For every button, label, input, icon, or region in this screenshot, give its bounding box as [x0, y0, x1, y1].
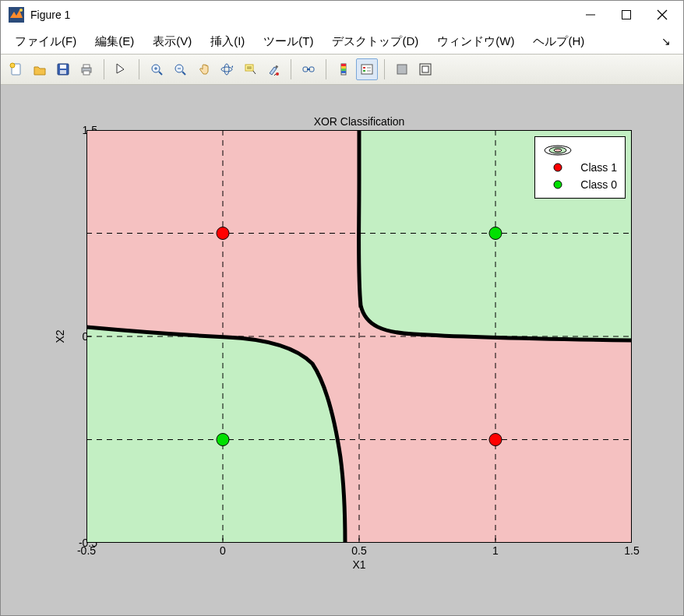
maximize-button[interactable]	[608, 3, 644, 26]
close-button[interactable]	[644, 3, 680, 26]
svg-rect-44	[422, 66, 428, 72]
menu-edit[interactable]: 編集(E)	[86, 31, 143, 52]
menu-file[interactable]: ファイル(F)	[5, 31, 86, 52]
menu-window[interactable]: ウィンドウ(W)	[428, 31, 524, 52]
svg-rect-35	[341, 69, 346, 71]
new-figure-button[interactable]	[5, 58, 27, 80]
insert-colorbar-button[interactable]	[333, 58, 354, 80]
svg-point-21	[221, 67, 232, 72]
svg-line-19	[182, 72, 185, 75]
data-cursor-button[interactable]	[239, 58, 261, 80]
zoom-in-button[interactable]	[146, 58, 167, 80]
legend-contour-entry	[543, 142, 617, 159]
minimize-button[interactable]	[573, 3, 608, 26]
menu-insert[interactable]: 挿入(I)	[201, 31, 254, 52]
svg-rect-9	[60, 65, 66, 69]
legend-class0-label: Class 0	[580, 178, 617, 191]
figure-area: XOR Classification -0.5 0 0.5 1 1.5 -0.5…	[1, 85, 683, 615]
show-plot-tools-button[interactable]	[414, 58, 436, 80]
svg-point-7	[10, 63, 15, 68]
legend-marker-icon	[543, 162, 573, 173]
hide-plot-tools-button[interactable]	[391, 58, 413, 80]
svg-point-1	[19, 9, 23, 12]
marker-class1	[489, 434, 502, 446]
menu-desktop[interactable]: デスクトップ(D)	[323, 31, 428, 52]
menu-view[interactable]: 表示(V)	[143, 31, 201, 52]
svg-rect-42	[397, 65, 407, 74]
svg-point-28	[276, 72, 279, 76]
marker-class1	[217, 227, 229, 240]
plot-area[interactable]: Class 1 Class 0	[86, 130, 632, 543]
svg-rect-10	[60, 70, 66, 74]
svg-line-26	[253, 71, 256, 74]
open-button[interactable]	[29, 58, 51, 80]
print-button[interactable]	[76, 58, 97, 80]
xlabel: X1	[86, 558, 632, 571]
menu-overflow-icon[interactable]: ↘	[654, 32, 679, 51]
svg-point-64	[554, 149, 562, 152]
edit-plot-button[interactable]	[111, 58, 132, 80]
chart-title: XOR Classification	[86, 115, 632, 128]
menubar: ファイル(F) 編集(E) 表示(V) 挿入(I) ツール(T) デスクトップ(…	[1, 29, 683, 54]
save-button[interactable]	[52, 58, 74, 80]
axes[interactable]: XOR Classification -0.5 0 0.5 1 1.5 -0.5…	[55, 116, 647, 576]
svg-rect-13	[83, 71, 90, 75]
app-icon	[9, 7, 24, 23]
legend-class0-entry: Class 0	[543, 176, 617, 193]
svg-rect-12	[83, 65, 90, 68]
zoom-out-button[interactable]	[169, 58, 191, 80]
marker-class0	[489, 227, 502, 240]
svg-point-22	[224, 64, 229, 75]
legend-class1-entry: Class 1	[543, 159, 617, 176]
svg-line-15	[159, 72, 162, 75]
xtick-label: 1	[492, 544, 499, 557]
xtick-label: -0.5	[77, 544, 96, 557]
svg-point-66	[554, 181, 562, 188]
xtick-label: 0	[220, 544, 226, 557]
svg-rect-34	[341, 66, 346, 69]
toolbar	[1, 54, 683, 85]
svg-rect-3	[622, 11, 631, 19]
svg-rect-33	[341, 64, 346, 66]
link-data-button[interactable]	[298, 58, 319, 80]
menu-tools[interactable]: ツール(T)	[254, 31, 323, 52]
legend-marker-icon	[543, 179, 573, 190]
xtick-label: 0.5	[351, 544, 366, 557]
pan-button[interactable]	[192, 58, 214, 80]
svg-rect-36	[341, 71, 346, 73]
svg-point-65	[554, 164, 562, 171]
contour-swatch-icon	[543, 144, 573, 157]
svg-rect-37	[361, 65, 372, 74]
menu-help[interactable]: ヘルプ(H)	[524, 31, 594, 52]
rotate-3d-button[interactable]	[216, 58, 238, 80]
titlebar: Figure 1	[1, 1, 683, 29]
legend-class1-label: Class 1	[580, 161, 617, 174]
window-title: Figure 1	[30, 9, 573, 21]
brush-button[interactable]	[263, 58, 284, 80]
ylabel: X2	[52, 130, 68, 543]
xtick-label: 1.5	[624, 544, 639, 557]
marker-class0	[217, 434, 229, 446]
insert-legend-button[interactable]	[356, 58, 378, 80]
svg-rect-23	[245, 65, 253, 71]
legend[interactable]: Class 1 Class 0	[534, 136, 626, 199]
